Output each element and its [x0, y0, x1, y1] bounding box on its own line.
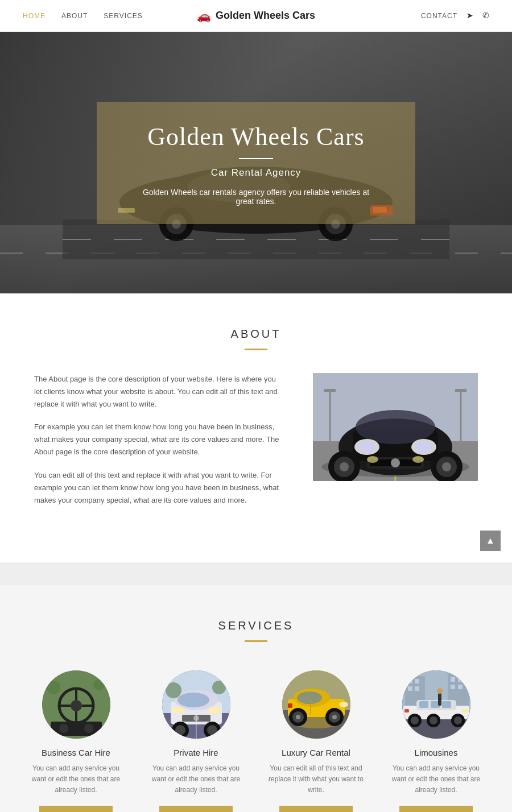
service-circle-private: [162, 670, 230, 739]
service-circle-luxury: [282, 670, 350, 739]
service-desc-limo: You can add any service you want or edit…: [389, 763, 484, 796]
nav-item-services[interactable]: SERVICES: [104, 12, 142, 20]
section-separator: [0, 562, 512, 585]
service-card-limo: Limousines You can add any service you w…: [383, 665, 489, 812]
nav-right: CONTACT ➤ ✆: [421, 11, 489, 20]
svg-point-60: [177, 693, 209, 707]
svg-rect-47: [51, 722, 102, 736]
hero-tagline: Golden Wheels car rentals agency offers …: [142, 188, 370, 206]
svg-rect-95: [415, 679, 419, 683]
svg-rect-105: [419, 701, 428, 708]
learn-more-business[interactable]: LEARN MORE: [39, 806, 113, 812]
about-text: The About page is the core description o…: [34, 373, 284, 517]
svg-point-49: [84, 724, 93, 733]
service-name-business: Business Car Hire: [28, 748, 123, 757]
nav-item-home[interactable]: HOME: [23, 12, 46, 20]
service-name-luxury: Luxury Car Rental: [269, 748, 364, 757]
service-card-luxury: Luxury Car Rental You can edit all of th…: [263, 665, 369, 812]
about-section: ABOUT The About page is the core descrip…: [0, 293, 512, 562]
svg-rect-97: [415, 686, 419, 691]
svg-point-51: [93, 679, 105, 690]
svg-rect-39: [455, 389, 466, 392]
about-title: ABOUT: [34, 328, 478, 341]
service-desc-private: You can add any service you want or edit…: [148, 763, 243, 796]
svg-rect-99: [458, 677, 463, 682]
svg-point-111: [430, 716, 437, 724]
svg-point-87: [339, 702, 348, 707]
car-brand-icon: 🚗: [197, 9, 211, 23]
about-para2: For example you can let them know how lo…: [34, 421, 284, 458]
svg-point-35: [442, 462, 451, 471]
nav-brand: 🚗 Golden Wheels Cars: [197, 9, 315, 23]
nav-item-about[interactable]: ABOUT: [61, 12, 88, 20]
about-image: [313, 373, 478, 481]
hero-divider: [239, 158, 273, 159]
arrow-icon[interactable]: ➤: [466, 11, 473, 20]
phone-icon[interactable]: ✆: [482, 11, 489, 20]
services-divider: [245, 640, 267, 642]
svg-rect-98: [451, 677, 455, 682]
svg-rect-64: [209, 707, 220, 713]
svg-rect-115: [404, 709, 409, 712]
service-circle-limo: [402, 670, 470, 739]
svg-point-109: [411, 716, 419, 724]
services-title: SERVICES: [23, 619, 489, 632]
svg-point-28: [367, 456, 378, 463]
services-grid: Business Car Hire You can add any servic…: [23, 665, 489, 812]
learn-more-luxury[interactable]: LEARN MORE: [279, 806, 353, 812]
hero-content: Golden Wheels Cars Car Rental Agency Gol…: [97, 102, 415, 224]
svg-point-66: [175, 725, 185, 735]
svg-rect-88: [288, 703, 292, 708]
svg-point-50: [47, 681, 60, 694]
service-card-private: Private Hire You can add any service you…: [143, 665, 249, 812]
svg-rect-114: [463, 709, 468, 712]
svg-point-20: [356, 410, 435, 444]
service-desc-business: You can add any service you want or edit…: [28, 763, 123, 796]
svg-point-86: [332, 715, 337, 719]
svg-point-68: [207, 725, 217, 735]
svg-rect-63: [172, 707, 184, 713]
svg-point-48: [59, 724, 68, 733]
about-divider: [245, 349, 267, 350]
scroll-top-button[interactable]: ▲: [480, 531, 501, 551]
hero-section: Golden Wheels Cars Car Rental Agency Gol…: [0, 32, 512, 293]
services-section: SERVICES: [0, 585, 512, 812]
service-name-limo: Limousines: [389, 748, 484, 757]
service-name-private: Private Hire: [148, 748, 243, 757]
learn-more-limo[interactable]: LEARN MORE: [399, 806, 473, 812]
about-para1: The About page is the core description o…: [34, 373, 284, 411]
svg-point-27: [416, 442, 432, 452]
navbar: HOME ABOUT SERVICES 🚗 Golden Wheels Cars…: [0, 0, 512, 32]
svg-rect-37: [324, 389, 336, 392]
service-circle-business: [42, 670, 110, 739]
svg-point-23: [391, 458, 400, 467]
nav-contact-link[interactable]: CONTACT: [421, 12, 457, 20]
hero-subtitle: Car Rental Agency: [142, 167, 370, 179]
svg-rect-94: [408, 679, 412, 683]
nav-left: HOME ABOUT SERVICES: [23, 12, 143, 20]
service-card-business: Business Car Hire You can add any servic…: [23, 665, 129, 812]
svg-rect-116: [438, 693, 441, 706]
svg-rect-107: [442, 701, 451, 708]
about-content: The About page is the core description o…: [34, 373, 478, 517]
svg-rect-100: [451, 685, 455, 689]
svg-point-26: [359, 442, 375, 452]
svg-point-83: [296, 715, 300, 719]
brand-name: Golden Wheels Cars: [216, 10, 315, 22]
learn-more-private[interactable]: LEARN MORE: [159, 806, 233, 812]
svg-rect-101: [458, 685, 463, 689]
service-desc-luxury: You can edit all of this text and replac…: [269, 763, 364, 796]
svg-point-32: [340, 462, 349, 471]
svg-point-29: [412, 456, 424, 463]
svg-point-117: [437, 688, 443, 694]
svg-point-113: [454, 716, 462, 724]
hero-title: Golden Wheels Cars: [142, 122, 370, 151]
svg-point-71: [212, 681, 226, 694]
svg-point-42: [71, 700, 82, 711]
svg-point-79: [297, 691, 322, 704]
svg-rect-96: [408, 686, 412, 691]
about-para3: You can edit all of this text and replac…: [34, 469, 284, 507]
